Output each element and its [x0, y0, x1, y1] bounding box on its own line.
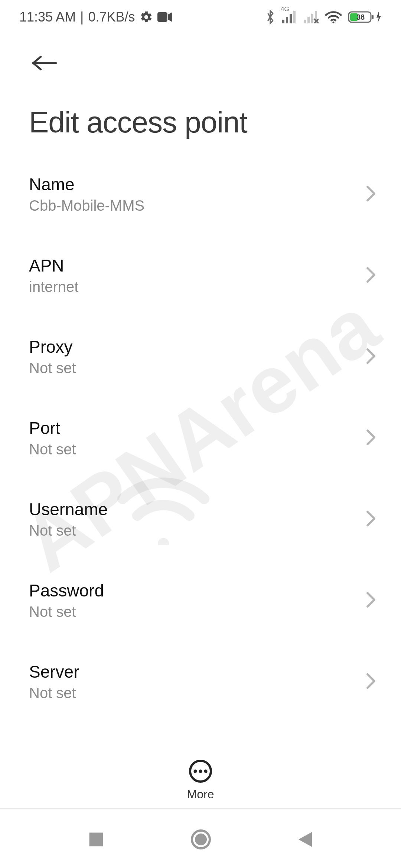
- nav-back-button[interactable]: [297, 831, 313, 850]
- chevron-right-icon: [366, 429, 376, 447]
- chevron-right-icon: [366, 510, 376, 528]
- row-proxy[interactable]: Proxy Not set: [29, 316, 376, 397]
- row-value: internet: [29, 279, 357, 295]
- svg-rect-2: [286, 17, 288, 23]
- row-label: Name: [29, 174, 357, 194]
- svg-text:38: 38: [356, 13, 365, 21]
- row-value: Cbb-Mobile-MMS: [29, 197, 357, 214]
- svg-point-16: [199, 769, 202, 773]
- svg-point-9: [332, 22, 334, 23]
- more-label: More: [187, 788, 214, 801]
- chevron-right-icon: [366, 185, 376, 203]
- more-icon: [189, 759, 212, 783]
- status-divider: |: [80, 9, 84, 25]
- svg-rect-3: [290, 14, 292, 23]
- row-label: Password: [29, 581, 357, 601]
- settings-list: Name Cbb-Mobile-MMS APN internet Proxy N…: [0, 146, 401, 728]
- row-password[interactable]: Password Not set: [29, 560, 376, 641]
- row-server[interactable]: Server Not set: [29, 641, 376, 722]
- back-button[interactable]: [29, 48, 60, 79]
- svg-rect-6: [307, 17, 310, 23]
- row-apn[interactable]: APN internet: [29, 235, 376, 316]
- svg-rect-4: [293, 11, 296, 23]
- svg-point-15: [193, 769, 197, 773]
- row-name[interactable]: Name Cbb-Mobile-MMS: [29, 154, 376, 235]
- statusbar: 11:35 AM | 0.7KB/s 4G 38: [0, 0, 401, 34]
- camera-icon: [157, 11, 172, 23]
- chevron-right-icon: [366, 592, 376, 609]
- svg-rect-1: [282, 20, 284, 23]
- row-mmsc[interactable]: MMSC http://10.16.18.4:38090/was: [29, 722, 376, 728]
- status-net-speed: 0.7KB/s: [88, 9, 135, 25]
- svg-point-17: [204, 769, 207, 773]
- bluetooth-icon: [265, 10, 276, 24]
- row-label: Username: [29, 499, 357, 519]
- svg-rect-12: [372, 15, 374, 19]
- network-badge: 4G: [281, 6, 289, 13]
- signal-sim1-icon: 4G: [282, 11, 297, 23]
- gear-icon: [140, 10, 153, 24]
- nav-home-button[interactable]: [190, 829, 211, 851]
- battery-icon: 38: [348, 11, 382, 23]
- svg-point-20: [195, 834, 207, 845]
- status-time: 11:35 AM: [19, 9, 76, 25]
- row-label: APN: [29, 256, 357, 276]
- chevron-right-icon: [366, 267, 376, 285]
- row-value: Not set: [29, 685, 357, 701]
- nav-recent-button[interactable]: [88, 831, 105, 849]
- chevron-right-icon: [366, 348, 376, 366]
- circle-icon: [190, 845, 211, 851]
- row-value: Not set: [29, 441, 357, 458]
- row-value: Not set: [29, 522, 357, 539]
- more-button[interactable]: More: [0, 759, 401, 801]
- row-value: Not set: [29, 604, 357, 620]
- row-username[interactable]: Username Not set: [29, 479, 376, 560]
- android-navbar: [0, 812, 401, 868]
- row-label: Proxy: [29, 337, 357, 357]
- row-value: Not set: [29, 360, 357, 377]
- arrow-left-icon: [32, 54, 57, 73]
- row-label: Port: [29, 418, 357, 438]
- triangle-left-icon: [297, 843, 313, 849]
- row-port[interactable]: Port Not set: [29, 397, 376, 479]
- chevron-right-icon: [366, 673, 376, 691]
- svg-rect-18: [89, 833, 103, 846]
- svg-rect-7: [311, 14, 313, 23]
- signal-sim2-icon: [304, 11, 319, 23]
- page-title: Edit access point: [29, 105, 375, 139]
- charging-icon: [376, 11, 382, 23]
- square-icon: [88, 843, 105, 849]
- svg-rect-5: [304, 20, 306, 23]
- svg-rect-0: [157, 12, 167, 22]
- row-label: Server: [29, 662, 357, 682]
- divider: [0, 808, 401, 809]
- wifi-icon: [325, 11, 342, 23]
